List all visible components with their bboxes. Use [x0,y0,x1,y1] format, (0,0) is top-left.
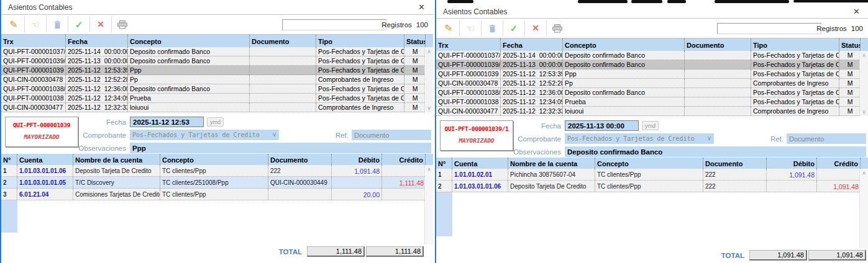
cell-cuenta: 1.01.03.01.01.06 [17,165,73,176]
scroll-up-icon[interactable]: ∧ [425,48,433,55]
table-row[interactable]: QUI-PFT-000001039/1 2025-11-13 00:00:00 … [436,60,868,69]
lines-scrollbar[interactable]: ∧ ∨ [859,169,868,248]
registros-text: Registros [816,25,847,32]
line-row[interactable]: 1 1.01.01.02.01 Pichincha 30875607-04 TC… [436,169,868,181]
table-row[interactable]: QUI-PFT-000001037/1 2025-11-14 00:00:00 … [1,47,433,56]
scroll-down-icon[interactable]: ∨ [860,109,868,115]
cell-concepto: TC clientes/251008/Ppp [160,177,268,188]
cell-status: M [404,84,426,93]
header-tipo[interactable]: Tipo [751,38,839,51]
cell-cuenta: 6.01.21.04 [17,189,73,200]
delete-button[interactable] [483,20,501,37]
table-row[interactable]: QUI-CIN-000030477 2025-11-12 12:32:33 lo… [1,103,433,112]
observaciones-input[interactable] [130,143,431,153]
cell-tipo: Pos-Fechados y Tarjetas de C... [751,60,839,69]
header-fecha[interactable]: Fecha [66,35,128,47]
print-button[interactable] [548,20,567,37]
header-documento[interactable]: Documento [685,38,751,51]
pick-button[interactable]: ☜ [26,16,45,33]
cell-credito [382,165,426,176]
close-icon[interactable]: ✕ [418,3,425,11]
edit-button[interactable]: ✎ [4,16,23,33]
cell-status: M [404,47,426,56]
entries-scrollbar[interactable]: ∧ ∨ [859,51,868,116]
ymd-button[interactable]: ymd [642,121,659,130]
fecha-input[interactable] [130,117,204,127]
cell-documento: QUI-CIN-000030449 [268,177,332,188]
table-row[interactable]: QUI-PFT-000001037/1 2025-11-14 00:00:00 … [436,51,868,60]
scroll-down-icon[interactable]: ∨ [425,105,433,111]
cell-status: M [404,103,426,112]
header-trx[interactable]: Trx [1,35,66,47]
cell-numero: 2 [1,177,17,188]
cell-fecha: 2025-11-12 12:52:28 [66,75,128,84]
entries-scrollbar[interactable]: ∧ ∨ [424,47,433,112]
entries-table: Trx Fecha Concepto Documento Tipo Status… [436,38,868,116]
table-row[interactable]: QUI-CIN-000030478 2025-11-12 12:52:28 Pp… [436,79,868,88]
total-credito: 1,111.48 [366,246,424,257]
cell-debito [332,177,382,188]
table-row[interactable]: QUI-PFT-000001039 2025-11-12 12:53:39 Pp… [1,66,433,75]
table-row[interactable]: QUI-PFT-000001038/1 2025-11-12 12:36:00 … [1,84,433,94]
edit-button[interactable]: ✎ [439,20,458,37]
cell-fecha: 2025-11-12 12:53:39 [501,69,563,78]
delete-button[interactable] [48,16,66,33]
entries-table-header: Trx Fecha Concepto Documento Tipo Status [436,38,868,51]
comprobante-select[interactable]: Pos-Fechados y Tarjetas de Credito ∨ [130,130,279,140]
cell-documento [685,60,751,69]
table-row[interactable]: QUI-PFT-000001039 2025-11-12 12:53:39 Pp… [436,69,868,79]
header-status[interactable]: Status [404,35,426,47]
line-row[interactable]: 3 6.01.21.04 Comisiones Tarjetas De Cred… [1,189,433,200]
line-row[interactable]: 2 1.01.03.01.01.05 T/C Discovery TC clie… [1,177,433,189]
header-status[interactable]: Status [839,38,861,51]
header-documento: Documento [703,158,767,169]
line-row[interactable]: 2 1.01.03.01.01.06 Deposito Tarjeta De C… [436,181,868,192]
close-icon[interactable]: ✕ [853,7,860,16]
table-row[interactable]: QUI-PFT-000001038 2025-11-12 12:34:09 Pr… [436,97,868,107]
lines-scrollbar[interactable]: ∧ ∨ [424,165,433,244]
header-concepto: Concepto [595,158,703,169]
ref-input[interactable] [352,130,431,140]
header-cuenta: Cuenta [17,154,73,165]
table-row[interactable]: QUI-PFT-000001038/1 2025-11-12 12:36:00 … [436,88,868,97]
table-row[interactable]: QUI-PFT-000001038 2025-11-12 12:34:09 Pr… [1,94,433,103]
scroll-up-icon[interactable]: ∧ [425,166,433,172]
comprobante-select[interactable]: Pos-Fechados y Tarjetas de Credito ∨ [565,133,714,144]
header-fecha[interactable]: Fecha [501,38,563,51]
cell-fecha: 2025-11-12 12:52:28 [501,79,563,87]
cancel-button[interactable]: ✕ [91,16,110,33]
cell-nombre-cuenta: Deposito Tarjeta De Credito [73,165,160,176]
toolbar-separator [46,17,47,32]
cell-trx: QUI-PFT-000001038/1 [436,88,501,97]
pick-button[interactable]: ☜ [461,20,480,37]
filter-input[interactable] [282,19,386,30]
scroll-up-icon[interactable]: ∧ [860,52,868,58]
table-row[interactable]: QUI-CIN-000030477 2025-11-12 12:32:33 lo… [436,107,868,116]
cell-status: M [404,75,426,84]
header-documento[interactable]: Documento [250,35,316,47]
entries-table-body: QUI-PFT-000001037/1 2025-11-14 00:00:00 … [436,51,868,116]
header-tipo[interactable]: Tipo [316,35,404,47]
confirm-button[interactable]: ✓ [505,20,523,37]
confirm-button[interactable]: ✓ [70,16,88,33]
cell-concepto: Ppp [563,69,685,78]
table-row[interactable]: QUI-PFT-000001039/1 2025-11-13 00:00:00 … [1,56,433,66]
cancel-button[interactable]: ✕ [526,20,545,37]
line-row[interactable]: 1 1.01.03.01.01.06 Deposito Tarjeta De C… [1,165,433,177]
header-trx[interactable]: Trx [436,38,501,51]
print-button[interactable] [113,16,132,33]
table-row[interactable]: QUI-CIN-000030478 2025-11-12 12:52:28 Pp… [1,75,433,84]
comprobante-value: Pos-Fechados y Tarjetas de Credito [565,135,695,142]
filter-input[interactable] [717,23,821,34]
observaciones-input[interactable] [565,146,866,157]
ref-input[interactable] [787,133,866,144]
header-concepto[interactable]: Concepto [563,38,685,51]
ymd-button[interactable]: ymd [207,117,224,127]
cell-documento [685,88,751,97]
printer-icon [117,20,127,29]
header-concepto[interactable]: Concepto [128,35,250,47]
cell-trx: QUI-PFT-000001039 [436,69,501,78]
trx-status-box: QUI-PFT-000001039 MAYORIZADO [5,117,78,147]
scroll-up-icon[interactable]: ∧ [860,170,868,176]
fecha-input[interactable] [565,120,639,131]
